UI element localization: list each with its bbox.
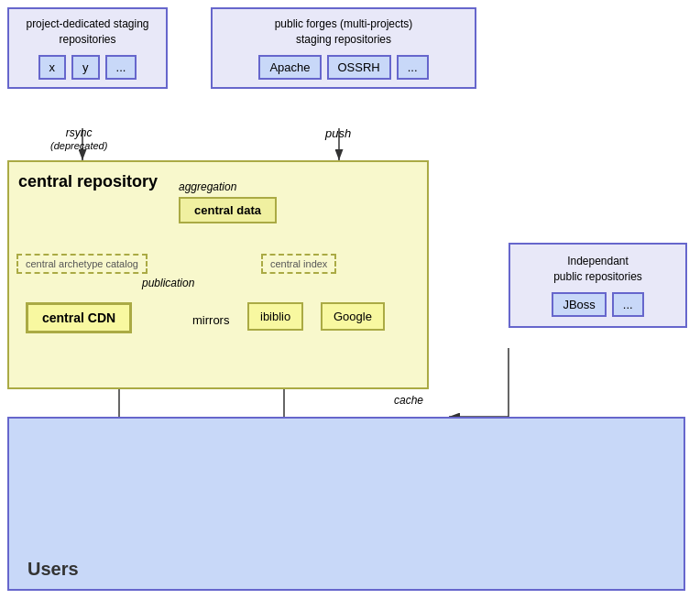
independant-jboss: JBoss xyxy=(552,292,606,317)
independant-etc: ... xyxy=(612,292,644,317)
diagram: project-dedicated staging repositories x… xyxy=(0,0,700,599)
label-rsync: rsync (deprecated) xyxy=(50,126,107,152)
box-independant: Independantpublic repositories JBoss ... xyxy=(509,243,687,328)
staging-public-title: public forges (multi-projects)staging re… xyxy=(220,16,467,48)
box-central-data: central data xyxy=(179,197,277,223)
box-google: Google xyxy=(321,302,385,331)
box-staging-public: public forges (multi-projects)staging re… xyxy=(211,7,476,89)
independant-title: Independantpublic repositories xyxy=(520,254,676,285)
staging-project-items: x y ... xyxy=(16,55,159,80)
staging-item-y: y xyxy=(71,55,100,80)
box-central-repo: central repository xyxy=(7,160,429,389)
label-aggregation: aggregation xyxy=(179,180,236,193)
staging-project-title: project-dedicated staging repositories xyxy=(16,16,159,48)
mirrors-label: mirrors xyxy=(192,313,229,327)
staging-ossrh: OSSRH xyxy=(327,55,391,80)
box-ibiblio: ibiblio xyxy=(247,302,303,331)
users-label: Users xyxy=(27,559,79,580)
staging-apache: Apache xyxy=(258,55,321,80)
independant-items: JBoss ... xyxy=(520,292,676,317)
label-push: push xyxy=(325,126,351,140)
box-central-index: central index xyxy=(261,254,336,274)
box-staging-project: project-dedicated staging repositories x… xyxy=(7,7,168,89)
label-publication: publication xyxy=(142,277,194,289)
staging-item-x: x xyxy=(38,55,67,80)
box-users: central(default) Repository Manager priv… xyxy=(7,417,685,591)
box-central-cdn: central CDN xyxy=(26,302,132,333)
staging-public-items: Apache OSSRH ... xyxy=(220,55,467,80)
staging-item-etc: ... xyxy=(105,55,137,80)
box-archetype-catalog: central archetype catalog xyxy=(16,254,148,274)
staging-etc2: ... xyxy=(397,55,429,80)
label-cache: cache xyxy=(394,394,423,407)
